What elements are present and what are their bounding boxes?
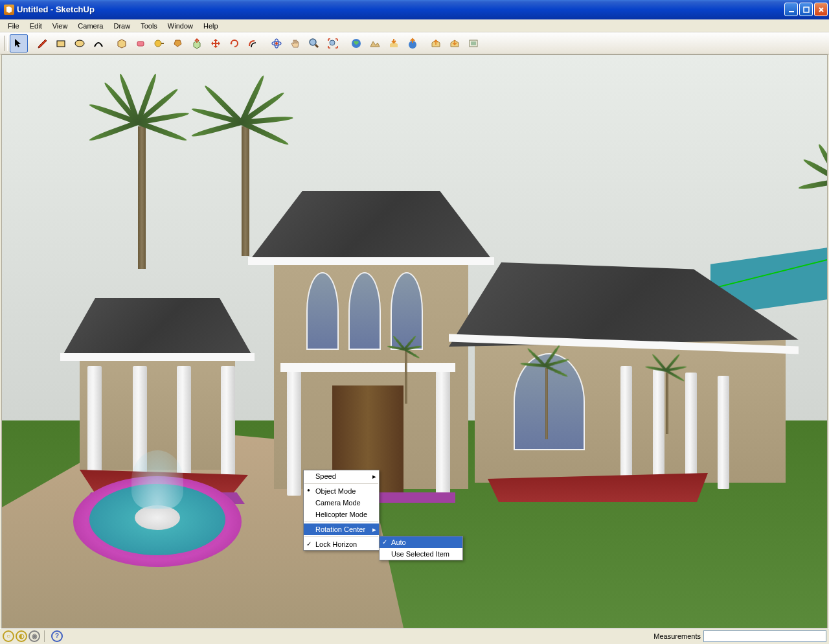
ctx-separator — [304, 483, 378, 484]
measurements-panel: Measurements — [653, 630, 826, 642]
app-icon — [4, 5, 14, 15]
ctx-lock-horizon[interactable]: Lock Horizon — [304, 538, 379, 550]
share-model-tool[interactable] — [427, 34, 445, 52]
orbit-tool[interactable] — [267, 34, 286, 52]
preview-tool[interactable] — [464, 34, 483, 52]
menu-window[interactable]: Window — [163, 21, 198, 31]
window-title: Untitled - SketchUp — [17, 5, 784, 14]
rectangle-tool[interactable] — [52, 34, 70, 52]
tape-measure-tool[interactable] — [150, 34, 168, 52]
export-tool[interactable] — [446, 34, 464, 52]
measurements-input[interactable] — [703, 630, 826, 642]
menu-file[interactable]: File — [3, 21, 25, 31]
arc-tool[interactable] — [89, 34, 108, 52]
menu-camera[interactable]: Camera — [73, 21, 108, 31]
ctx-rotation-center[interactable]: Rotation Center — [304, 523, 379, 535]
svg-rect-0 — [789, 11, 794, 12]
place-model-tool[interactable] — [385, 34, 403, 52]
svg-point-12 — [330, 40, 335, 45]
minimize-button[interactable] — [784, 3, 798, 16]
status-globe-icon[interactable]: ◉ — [28, 630, 40, 642]
statusbar: ○ ◐ ◉ ? Measurements — [0, 628, 829, 643]
menu-help[interactable]: Help — [198, 21, 223, 31]
get-current-view-tool[interactable] — [347, 34, 365, 52]
status-separator — [44, 630, 45, 642]
svg-rect-16 — [471, 41, 476, 45]
menu-edit[interactable]: Edit — [25, 21, 47, 31]
ctx-camera-mode[interactable]: Camera Mode — [304, 497, 379, 509]
svg-point-10 — [310, 39, 316, 45]
rotate-tool[interactable] — [225, 34, 244, 52]
eraser-tool[interactable] — [131, 34, 150, 52]
zoom-tool[interactable] — [305, 34, 323, 52]
line-tool[interactable] — [33, 34, 51, 52]
ctx-helicopter-mode[interactable]: Helicopter Mode — [304, 509, 379, 520]
move-tool[interactable] — [207, 34, 225, 52]
paint-bucket-tool[interactable] — [169, 34, 187, 52]
menu-draw[interactable]: Draw — [108, 21, 135, 31]
status-info-icon[interactable]: ○ — [3, 630, 14, 642]
svg-rect-4 — [137, 41, 144, 46]
window-controls — [784, 3, 828, 16]
fountain-spray — [131, 450, 183, 509]
push-pull-tool[interactable] — [188, 34, 206, 52]
svg-point-9 — [275, 42, 278, 45]
ctx-speed[interactable]: Speed — [304, 470, 379, 482]
ctx-sub-use-selected[interactable]: Use Selected Item — [380, 548, 462, 560]
get-models-tool[interactable] — [403, 34, 422, 52]
ctx-sub-auto[interactable]: Auto — [380, 536, 462, 548]
titlebar: Untitled - SketchUp — [0, 0, 829, 19]
maximize-button[interactable] — [799, 3, 813, 16]
make-component-tool[interactable] — [113, 34, 131, 52]
status-icons: ○ ◐ ◉ — [3, 630, 40, 642]
svg-line-11 — [315, 45, 318, 47]
toolbar — [0, 32, 829, 54]
menubar: File Edit View Camera Draw Tools Window … — [0, 19, 829, 32]
menu-view[interactable]: View — [47, 21, 73, 31]
zoom-extents-tool[interactable] — [324, 34, 342, 52]
menu-tools[interactable]: Tools — [135, 21, 163, 31]
select-tool[interactable] — [10, 34, 28, 52]
status-help-icon[interactable]: ? — [51, 630, 63, 642]
ctx-separator — [304, 522, 378, 522]
status-person-icon[interactable]: ◐ — [16, 630, 27, 642]
svg-rect-1 — [804, 7, 809, 12]
viewport-3d[interactable]: Speed Object Mode Camera Mode Helicopter… — [1, 54, 828, 628]
svg-rect-2 — [57, 41, 65, 47]
context-submenu: Auto Use Selected Item — [379, 536, 463, 560]
offset-tool[interactable] — [244, 34, 262, 52]
svg-point-5 — [155, 40, 161, 47]
ctx-object-mode[interactable]: Object Mode — [304, 485, 379, 497]
pan-tool[interactable] — [286, 34, 304, 52]
toolbar-grip[interactable] — [4, 36, 8, 51]
circle-tool[interactable] — [71, 34, 89, 52]
context-menu: Speed Object Mode Camera Mode Helicopter… — [303, 470, 380, 551]
fountain-pedestal — [135, 505, 180, 530]
svg-point-3 — [75, 40, 84, 47]
ctx-separator — [304, 536, 378, 537]
toggle-terrain-tool[interactable] — [366, 34, 384, 52]
measurements-label: Measurements — [653, 632, 701, 640]
close-button[interactable] — [814, 3, 828, 16]
